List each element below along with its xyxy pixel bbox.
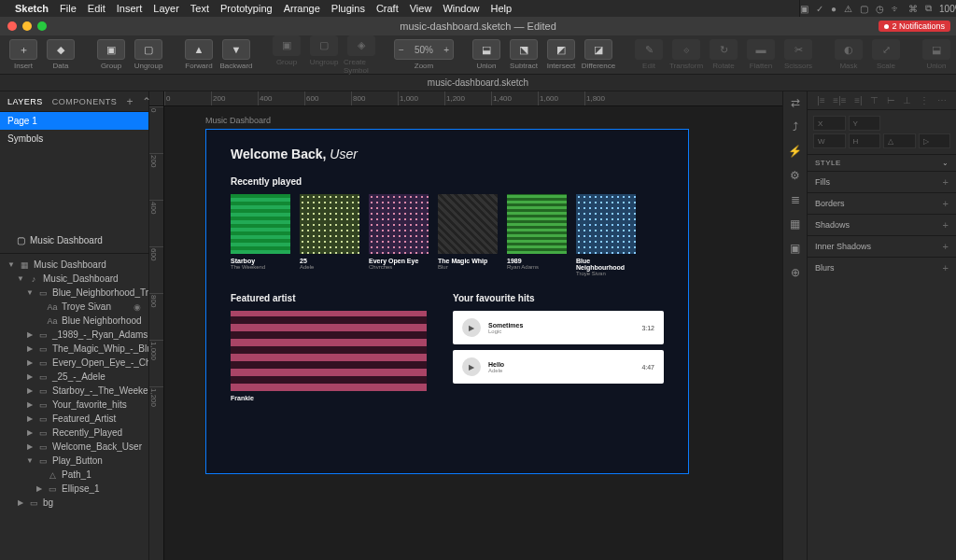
angle-field[interactable]: △: [883, 133, 916, 148]
album-card[interactable]: The Magic WhipBlur: [438, 194, 498, 276]
add-shadow-icon[interactable]: +: [943, 219, 949, 231]
x-field[interactable]: X: [813, 116, 846, 131]
menu-file[interactable]: File: [60, 3, 77, 14]
group-button[interactable]: ▣Group: [93, 39, 129, 70]
artboard-label[interactable]: Music Dashboard: [205, 116, 271, 125]
zoom-in-icon[interactable]: +: [443, 45, 449, 55]
window-minimize-button[interactable]: [22, 21, 32, 31]
status-dropbox-icon[interactable]: ⧉: [925, 3, 932, 14]
layer-music-dashboard[interactable]: ▼♪Music_Dashboard: [0, 272, 148, 286]
window-close-button[interactable]: [7, 21, 17, 31]
status-video-icon[interactable]: ▣: [800, 4, 808, 14]
craft-gear-icon[interactable]: ⚙: [788, 168, 803, 183]
union-button[interactable]: ⬓Union: [469, 39, 504, 70]
album-card[interactable]: Every Open EyeChvrches: [369, 194, 429, 276]
intersect-button[interactable]: ◩Intersect: [543, 39, 579, 70]
menu-help[interactable]: Help: [491, 3, 513, 14]
zoom-out-icon[interactable]: −: [399, 45, 404, 55]
layer-every-open[interactable]: ▶▭Every_Open_Eye_-_Chvrches: [0, 356, 148, 370]
menu-layer[interactable]: Layer: [153, 3, 179, 14]
subtract-button[interactable]: ⬔Subtract: [506, 39, 541, 70]
status-app-icon[interactable]: ⌘: [908, 4, 918, 14]
insert-button[interactable]: ＋Insert: [6, 39, 41, 70]
layer-ellipse1[interactable]: ▶▭Ellipse_1: [0, 482, 148, 496]
menu-arrange[interactable]: Arrange: [284, 3, 320, 14]
distribute-v-icon[interactable]: ⋯: [937, 95, 947, 105]
align-left-icon[interactable]: |≡: [817, 95, 824, 105]
layer-welcome[interactable]: ▶▭Welcome_Back_User: [0, 440, 148, 454]
album-card[interactable]: Blue NeighbourhoodTroye Sivan: [576, 194, 636, 276]
tab-layers[interactable]: LAYERS: [7, 97, 43, 106]
craft-add-icon[interactable]: ⊕: [788, 265, 803, 280]
layer-recently[interactable]: ▶▭Recently_Played: [0, 426, 148, 440]
status-display-icon[interactable]: ▢: [860, 4, 868, 14]
album-card[interactable]: 25Adele: [300, 194, 359, 276]
play-icon[interactable]: ▶: [462, 318, 481, 337]
align-bottom-icon[interactable]: ⊥: [903, 95, 911, 105]
album-card[interactable]: 1989Ryan Adams: [507, 194, 567, 276]
play-icon[interactable]: ▶: [462, 357, 481, 376]
menu-window[interactable]: Window: [443, 3, 479, 14]
tab-components[interactable]: COMPONENTS: [52, 97, 118, 106]
style-chevron-icon[interactable]: ⌄: [942, 159, 949, 167]
menu-edit[interactable]: Edit: [88, 3, 105, 14]
layer-magic-whip[interactable]: ▶▭The_Magic_Whip_-_Blur: [0, 342, 148, 356]
menu-plugins[interactable]: Plugins: [331, 3, 365, 14]
difference-button[interactable]: ◪Difference: [581, 39, 616, 70]
layer-bg[interactable]: ▶▭bg: [0, 496, 148, 510]
status-dot-icon[interactable]: ●: [831, 4, 836, 14]
flip-field[interactable]: ▷: [919, 133, 951, 148]
data-button[interactable]: ◆Data: [43, 39, 78, 70]
status-check-icon[interactable]: ✓: [816, 4, 823, 14]
layer-starboy[interactable]: ▶▭Starboy_-_The_Weekend: [0, 384, 148, 398]
menu-prototyping[interactable]: Prototyping: [220, 3, 273, 14]
window-zoom-button[interactable]: [37, 21, 47, 31]
menu-text[interactable]: Text: [190, 3, 209, 14]
add-blur-icon[interactable]: +: [943, 262, 949, 273]
menu-craft[interactable]: Craft: [376, 3, 399, 14]
craft-grid-icon[interactable]: ▦: [788, 217, 803, 231]
layer-play-button[interactable]: ▼▭Play_Button: [0, 454, 148, 468]
add-border-icon[interactable]: +: [943, 198, 949, 209]
craft-upload-icon[interactable]: ⤴: [788, 119, 803, 134]
document-tab[interactable]: music-dashboard.sketch: [428, 77, 528, 88]
visibility-icon[interactable]: ◉: [134, 302, 145, 312]
ungroup-button[interactable]: ▢Ungroup: [131, 39, 166, 70]
craft-image-icon[interactable]: ▣: [788, 241, 803, 256]
layer-artboard[interactable]: ▼▦Music Dashboard: [0, 258, 148, 272]
canvas[interactable]: 02004006008001,0001,2001,4001,6001,800 0…: [149, 91, 782, 560]
zoom-control[interactable]: −50%+ Zoom: [394, 39, 454, 70]
w-field[interactable]: W: [813, 133, 846, 148]
layer-blue-neighborhood[interactable]: ▼▭Blue_Neighborhood_Troye_...: [0, 286, 148, 300]
artboard-section-row[interactable]: ▢Music Dashboard: [0, 231, 148, 249]
layer-25[interactable]: ▶▭_25_-_Adele: [0, 370, 148, 384]
hit-row[interactable]: ▶ SometimesLogic 3:12: [453, 311, 664, 344]
add-fill-icon[interactable]: +: [943, 176, 949, 188]
layer-blue-n[interactable]: AaBlue Neighborhood: [0, 314, 148, 328]
menu-app[interactable]: Sketch: [15, 3, 49, 14]
hit-row[interactable]: ▶ HelloAdele 4:47: [453, 350, 664, 384]
status-battery[interactable]: 100%: [939, 4, 956, 14]
layer-1989[interactable]: ▶▭_1989_-_Ryan_Adams: [0, 328, 148, 342]
status-time-icon[interactable]: ◷: [876, 4, 884, 14]
backward-button[interactable]: ▼Backward: [218, 39, 254, 70]
h-field[interactable]: H: [849, 133, 881, 148]
craft-bolt-icon[interactable]: ⚡: [788, 144, 803, 159]
craft-stack-icon[interactable]: ≣: [788, 192, 803, 207]
add-inner-shadow-icon[interactable]: +: [943, 241, 949, 252]
page-page1[interactable]: Page 1: [0, 112, 148, 130]
layer-hits[interactable]: ▶▭Your_favorite_hits: [0, 398, 148, 412]
layer-featured[interactable]: ▶▭Featured_Artist: [0, 412, 148, 426]
align-vcenter-icon[interactable]: ⊢: [887, 95, 895, 105]
craft-sync-icon[interactable]: ⇄: [788, 95, 803, 110]
distribute-h-icon[interactable]: ⋮: [920, 95, 929, 105]
align-top-icon[interactable]: ⊤: [870, 95, 879, 105]
layer-path1[interactable]: △Path_1: [0, 468, 148, 482]
artboard[interactable]: Welcome Back, User Recently played Starb…: [205, 129, 689, 474]
album-card[interactable]: StarboyThe Weekend: [231, 194, 290, 276]
align-right-icon[interactable]: ≡|: [854, 95, 862, 105]
add-page-icon[interactable]: +: [126, 95, 133, 108]
y-field[interactable]: Y: [849, 116, 881, 131]
notifications-badge[interactable]: 2 Notifications: [879, 21, 950, 32]
status-warn-icon[interactable]: ⚠: [844, 4, 852, 14]
